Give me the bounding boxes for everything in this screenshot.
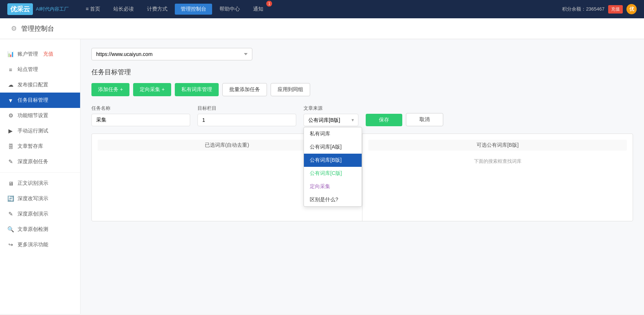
sidebar-charge-link[interactable]: 充值 [43, 51, 53, 57]
sidebar-label-ocr: 正文识别演示 [18, 180, 48, 187]
dropdown-option-a[interactable]: 公有词库[A版] [304, 140, 362, 154]
charge-button[interactable]: 充值 [608, 5, 623, 14]
sidebar-label-manual: 手动运行测试 [18, 128, 48, 134]
source-group: 文章来源 公有词库[B版] ▼ 私有词库 公有词库[A版] 公有词库[B版] 公… [304, 105, 358, 126]
available-library-hint: 下面的搜索框查找词库 [368, 158, 627, 165]
add-task-button[interactable]: 添加任务 + [91, 83, 129, 96]
pen-icon: ✎ [7, 211, 14, 217]
dropdown-option-c[interactable]: 公有词库[C版] [304, 167, 362, 180]
sidebar-label-publish: 发布接口配置 [18, 82, 48, 88]
sidebar-item-check[interactable]: 🔍 文章原创检测 [0, 222, 80, 237]
nav-reading[interactable]: 站长必读 [108, 4, 140, 15]
source-dropdown-menu: 私有词库 公有词库[A版] 公有词库[B版] 公有词库[C版] 定向采集 区别是… [304, 127, 362, 207]
sidebar-label-account: 账户管理 [18, 51, 38, 57]
sidebar-item-publish[interactable]: ☁ 发布接口配置 [0, 77, 80, 93]
page-header: ⚙ 管理控制台 [0, 18, 644, 39]
sidebar: 📊 账户管理 充值 ≡ 站点管理 ☁ 发布接口配置 ▼ 任务目标管理 ⚙ 功能细… [0, 39, 80, 314]
target-col-group: 目标栏目 [197, 105, 296, 126]
batch-add-button[interactable]: 批量添加任务 [222, 83, 267, 96]
available-library-col: 可选公有词库[B版] 下面的搜索框查找词库 [362, 134, 633, 221]
sidebar-label-original-demo: 深度原创演示 [18, 211, 48, 217]
play-icon: ▶ [7, 128, 14, 134]
sidebar-item-original-demo[interactable]: ✎ 深度原创演示 [0, 206, 80, 222]
top-nav: 优采云 AI时代内容工厂 ≡ 首页 站长必读 计费方式 管理控制台 帮助中心 通… [0, 0, 644, 18]
nav-pricing[interactable]: 计费方式 [141, 4, 173, 15]
dropdown-option-b[interactable]: 公有词库[B版] [304, 154, 362, 167]
sidebar-label-task: 任务目标管理 [18, 97, 48, 104]
content-area: https://www.ucaiyun.com 任务目标管理 添加任务 + 定向… [80, 39, 644, 314]
cancel-button[interactable]: 取消 [406, 113, 443, 126]
nav-home[interactable]: ≡ 首页 [80, 4, 106, 15]
source-select-wrapper: 公有词库[B版] ▼ 私有词库 公有词库[A版] 公有词库[B版] 公有词库[C… [304, 114, 358, 126]
notification-badge: 1 [266, 1, 272, 7]
sidebar-item-settings[interactable]: ⚙ 功能细节设置 [0, 108, 80, 123]
gear-icon: ⚙ [11, 25, 17, 33]
sidebar-item-rewrite-demo[interactable]: 🔄 深度改写演示 [0, 191, 80, 206]
nav-items: ≡ 首页 站长必读 计费方式 管理控制台 帮助中心 通知 1 [80, 4, 562, 15]
logo-box: 优采云 [7, 3, 33, 15]
sidebar-label-check: 文章原创检测 [18, 226, 48, 233]
sidebar-item-draft[interactable]: 🗄 文章暂存库 [0, 139, 80, 154]
nav-dashboard[interactable]: 管理控制台 [175, 4, 212, 15]
source-label: 文章来源 [304, 105, 358, 112]
sidebar-item-account[interactable]: 📊 账户管理 充值 [0, 46, 80, 62]
monitor-icon: 🖥 [7, 180, 14, 187]
task-name-label: 任务名称 [91, 105, 190, 112]
nav-help[interactable]: 帮助中心 [214, 4, 246, 15]
task-name-input[interactable] [91, 114, 190, 126]
target-col-label: 目标栏目 [197, 105, 296, 112]
page-title: 管理控制台 [21, 24, 54, 33]
sidebar-label-rewrite: 深度改写演示 [18, 195, 48, 202]
main-layout: 📊 账户管理 充值 ≡ 站点管理 ☁ 发布接口配置 ▼ 任务目标管理 ⚙ 功能细… [0, 39, 644, 314]
logo-tagline: AI时代内容工厂 [36, 6, 69, 12]
sidebar-item-more[interactable]: ↪ 更多演示功能 [0, 237, 80, 252]
nav-notification[interactable]: 通知 1 [247, 4, 269, 15]
forward-icon: ↪ [7, 241, 14, 248]
form-row: 任务名称 目标栏目 文章来源 公有词库[B版] ▼ 私有词库 公有词库[A版 [91, 105, 633, 126]
points-info: 积分余额：2365467 [562, 6, 605, 12]
source-select[interactable]: 公有词库[B版] [304, 114, 358, 126]
edit-icon: ✎ [7, 158, 14, 165]
sidebar-label-more: 更多演示功能 [18, 241, 48, 248]
form-actions: 保存 取消 [366, 113, 443, 126]
private-library-button[interactable]: 私有词库管理 [175, 83, 219, 96]
section-title: 任务目标管理 [91, 68, 633, 76]
sidebar-divider [0, 172, 80, 173]
action-buttons: 添加任务 + 定向采集 + 私有词库管理 批量添加任务 应用到同组 [91, 83, 633, 96]
url-select-row: https://www.ucaiyun.com [91, 48, 633, 60]
chart-icon: 📊 [7, 51, 14, 57]
sidebar-item-deep-original[interactable]: ✎ 深度原创任务 [0, 154, 80, 169]
sidebar-item-site[interactable]: ≡ 站点管理 [0, 62, 80, 77]
sidebar-label-deep-original: 深度原创任务 [18, 158, 48, 165]
search-icon: 🔍 [7, 226, 14, 233]
refresh-icon: 🔄 [7, 195, 14, 202]
sidebar-item-task[interactable]: ▼ 任务目标管理 [0, 93, 80, 108]
nav-right: 积分余额：2365467 充值 优 [562, 4, 637, 14]
list-icon: ≡ [7, 67, 14, 73]
save-button[interactable]: 保存 [366, 114, 402, 126]
db-icon: 🗄 [7, 143, 14, 150]
sidebar-item-ocr-demo[interactable]: 🖥 正文识别演示 [0, 176, 80, 191]
dropdown-option-private[interactable]: 私有词库 [304, 127, 362, 140]
targeted-collect-button[interactable]: 定向采集 + [133, 83, 171, 96]
cloud-icon: ☁ [7, 82, 14, 88]
vip-badge: 优 [626, 4, 637, 14]
url-select[interactable]: https://www.ucaiyun.com [91, 48, 252, 60]
sidebar-label-draft: 文章暂存库 [18, 143, 43, 150]
task-name-group: 任务名称 [91, 105, 190, 126]
word-library-area: 已选词库(自动去重) 可选公有词库[B版] 下面的搜索框查找词库 [91, 134, 633, 221]
available-library-title: 可选公有词库[B版] [368, 140, 627, 151]
dropdown-option-targeted[interactable]: 定向采集 [304, 180, 362, 193]
sidebar-item-manual[interactable]: ▶ 手动运行测试 [0, 123, 80, 139]
target-col-input[interactable] [197, 114, 296, 126]
settings-icon: ⚙ [7, 112, 14, 119]
sidebar-label-site: 站点管理 [18, 66, 38, 73]
logo[interactable]: 优采云 AI时代内容工厂 [7, 3, 69, 15]
dropdown-option-diff[interactable]: 区别是什么? [304, 193, 362, 206]
apply-group-button[interactable]: 应用到同组 [271, 83, 310, 96]
filter-icon: ▼ [7, 97, 14, 104]
sidebar-label-settings: 功能细节设置 [18, 112, 48, 119]
